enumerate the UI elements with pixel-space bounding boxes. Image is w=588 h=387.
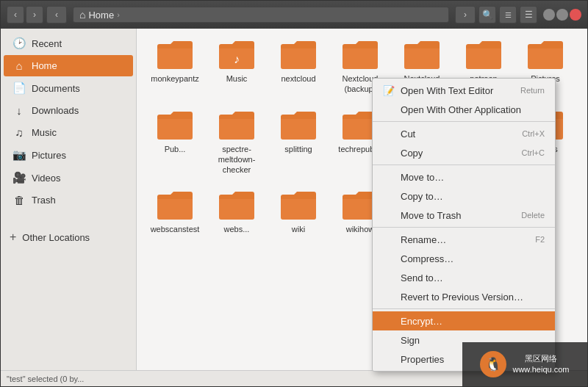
ctx-revert[interactable]: Revert to Previous Version…: [373, 287, 555, 306]
ctx-cut[interactable]: Cut Ctrl+X: [373, 124, 555, 143]
view-toggle-button[interactable]: ☰: [499, 6, 517, 23]
ctx-open-other-app[interactable]: Open With Other Application: [373, 100, 555, 119]
sidebar-item-recent[interactable]: 🕑 Recent: [4, 32, 133, 54]
ctx-rename[interactable]: Rename… F2: [373, 230, 555, 249]
watermark: 🐧 黑区网络 www.heiqu.com: [462, 342, 587, 386]
ctx-label-send-to: Send to…: [401, 272, 443, 283]
folder-icon-nextcloud-backup1: [341, 39, 379, 71]
file-item-spectre[interactable]: spectre-meltdown-checker: [207, 105, 266, 180]
ctx-copy-to[interactable]: Copy to…: [373, 187, 555, 206]
file-item-splitting[interactable]: splitting: [269, 105, 328, 180]
videos-icon: 🎥: [12, 171, 26, 184]
breadcrumb-nav-button[interactable]: ‹: [46, 6, 67, 23]
sidebar-label-pictures: Pictures: [32, 150, 66, 161]
copy-to-icon: [383, 190, 395, 202]
ctx-open-text-editor[interactable]: 📝 Open With Text Editor Return: [373, 81, 555, 100]
location-chevron: ›: [117, 10, 120, 19]
ctx-open-text-editor-left: 📝 Open With Text Editor: [383, 84, 493, 96]
ctx-shortcut-copy: Ctrl+C: [522, 148, 545, 157]
folder-icon-spectre: [218, 109, 256, 142]
ctx-copy[interactable]: Copy Ctrl+C: [373, 143, 555, 162]
minimize-button[interactable]: [543, 9, 555, 21]
sidebar-item-downloads[interactable]: ↓ Downloads: [4, 100, 133, 121]
ctx-separator-1: [373, 121, 555, 122]
folder-icon-webs: [218, 189, 256, 222]
folder-icon-wiki: [279, 189, 318, 222]
file-label-splitting: splitting: [284, 144, 312, 154]
ctx-copy-to-left: Copy to…: [383, 190, 443, 202]
sidebar-item-other-locations[interactable]: + Other Locations: [1, 226, 136, 248]
ctx-separator-3: [373, 227, 555, 228]
file-label-webs: webs...: [224, 224, 250, 234]
sidebar-item-trash[interactable]: 🗑 Trash: [4, 189, 133, 211]
file-manager-window: ‹ › ‹ ⌂ Home › › 🔍 ☰ ☰ 🕑 Recent: [0, 0, 588, 387]
ctx-move-to[interactable]: Move to…: [373, 167, 555, 187]
ctx-label-copy-to: Copy to…: [401, 191, 443, 202]
file-item-nextcloud[interactable]: nextcloud: [269, 35, 328, 99]
file-item-webs[interactable]: webs...: [207, 185, 266, 239]
maximize-button[interactable]: [556, 9, 568, 21]
ctx-label-move-to: Move to…: [401, 172, 444, 183]
documents-icon: 📄: [12, 82, 26, 95]
ctx-copy-left: Copy: [383, 147, 423, 159]
ctx-compress[interactable]: Compress…: [373, 249, 555, 268]
folder-icon-pub: [156, 109, 194, 142]
ctx-shortcut-move-to-trash: Delete: [521, 211, 545, 220]
ctx-label-encrypt: Encrypt…: [401, 316, 442, 327]
file-label-wiki: wiki: [292, 224, 305, 234]
sidebar-item-pictures[interactable]: 📷 Pictures: [4, 144, 133, 166]
ctx-sign-left: Sign: [383, 334, 420, 346]
ctx-send-to[interactable]: Send to…: [373, 268, 555, 287]
trash-icon: 🗑: [12, 194, 26, 206]
text-editor-icon: 📝: [383, 84, 395, 96]
sidebar-item-videos[interactable]: 🎥 Videos: [4, 167, 133, 189]
close-button[interactable]: [570, 9, 581, 21]
file-item-music[interactable]: ♪ Music: [207, 35, 266, 99]
ctx-properties-left: Properties: [383, 353, 444, 365]
location-text: Home: [88, 10, 114, 21]
file-item-webscanstest[interactable]: webscanstest: [146, 185, 204, 239]
ctx-label-copy: Copy: [401, 148, 423, 159]
ctx-send-to-left: Send to…: [383, 272, 443, 283]
sidebar-label-other-locations: Other Locations: [22, 232, 90, 243]
file-item-pub[interactable]: Pub...: [146, 105, 204, 180]
ctx-label-open-other-app: Open With Other Application: [401, 104, 521, 115]
back-button[interactable]: ‹: [7, 6, 24, 23]
ctx-encrypt-left: Encrypt…: [383, 315, 442, 327]
file-item-monkeypantz[interactable]: monkeypantz: [146, 35, 204, 99]
ctx-label-sign: Sign: [401, 335, 420, 346]
folder-icon-music: ♪: [218, 39, 256, 71]
ctx-move-to-trash[interactable]: Move to Trash Delete: [373, 206, 555, 225]
sidebar-label-videos: Videos: [32, 173, 61, 184]
watermark-line1: 黑区网络: [512, 353, 569, 364]
sidebar-item-home[interactable]: ⌂ Home: [4, 55, 133, 76]
file-label-nextcloud: nextcloud: [281, 73, 315, 84]
sign-icon: [383, 334, 395, 346]
ctx-separator-4: [373, 308, 555, 309]
ctx-label-compress: Compress…: [401, 253, 453, 264]
downloads-icon: ↓: [12, 104, 26, 117]
window-controls: [543, 9, 581, 21]
forward-button[interactable]: ›: [26, 6, 43, 23]
sidebar-item-documents[interactable]: 📄 Documents: [4, 77, 133, 99]
home-sidebar-icon: ⌂: [12, 59, 26, 72]
titlebar-actions: 🔍 ☰ ☰: [478, 6, 537, 23]
file-item-wiki[interactable]: wiki: [269, 185, 328, 239]
ctx-shortcut-open-text-editor: Return: [520, 86, 545, 95]
move-to-trash-icon: [383, 209, 395, 221]
location-bar[interactable]: ⌂ Home ›: [73, 7, 449, 23]
ctx-encrypt[interactable]: Encrypt…: [373, 311, 555, 330]
ctx-rename-left: Rename…: [383, 234, 446, 245]
menu-button[interactable]: ☰: [520, 6, 537, 23]
ctx-shortcut-rename: F2: [535, 235, 545, 244]
breadcrumb-nav-button2[interactable]: ›: [455, 6, 476, 23]
sidebar-item-music[interactable]: ♫ Music: [4, 122, 133, 143]
sidebar-label-music: Music: [32, 127, 57, 138]
search-button[interactable]: 🔍: [478, 6, 496, 23]
properties-icon: [383, 353, 395, 365]
ctx-compress-left: Compress…: [383, 253, 453, 264]
watermark-logo-char: 🐧: [485, 356, 501, 372]
cut-icon: [383, 128, 395, 140]
sidebar-label-trash: Trash: [32, 195, 56, 206]
recent-icon: 🕑: [12, 37, 26, 50]
